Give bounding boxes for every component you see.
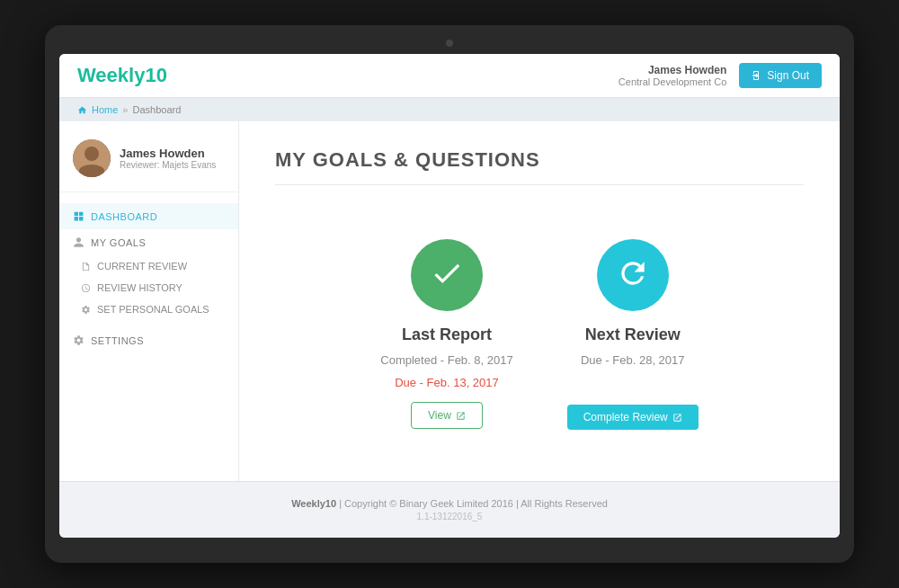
- avatar-image: [73, 139, 111, 177]
- view-label: View: [428, 409, 451, 422]
- profile-reviewer: Reviewer: Majets Evans: [120, 160, 216, 170]
- current-review-label: CURRENT REVIEW: [97, 261, 187, 272]
- page-title: MY GOALS & QUESTIONS: [275, 148, 804, 185]
- breadcrumb-home[interactable]: Home: [92, 104, 118, 115]
- last-report-card: Last Report Completed - Feb. 8, 2017 Due…: [380, 239, 512, 429]
- footer-text: Weekly10 | Copyright © Binary Geek Limit…: [76, 498, 823, 509]
- sidebar-item-set-personal-goals[interactable]: SET PERSONAL GOALS: [59, 298, 238, 320]
- person-icon: [73, 236, 85, 248]
- profile-info: James Howden Reviewer: Majets Evans: [120, 147, 216, 170]
- last-report-title: Last Report: [402, 325, 492, 344]
- sidebar-item-my-goals[interactable]: MY GOALS: [59, 229, 238, 255]
- profile-name: James Howden: [120, 147, 216, 160]
- grid-icon: [73, 210, 85, 222]
- next-review-card: Next Review Due - Feb. 28, 2017 Complete…: [567, 239, 699, 430]
- sign-out-label: Sign Out: [767, 69, 809, 82]
- sidebar-item-current-review[interactable]: CURRENT REVIEW: [59, 255, 238, 277]
- app-footer: Weekly10 | Copyright © Binary Geek Limit…: [59, 481, 840, 538]
- my-goals-label: MY GOALS: [91, 237, 146, 248]
- device-screen: Weekly10 James Howden Central Developmen…: [59, 54, 840, 538]
- view-button[interactable]: View: [411, 402, 483, 429]
- complete-review-label: Complete Review: [583, 411, 668, 423]
- logo-text: Weekly: [77, 64, 145, 86]
- sidebar-item-dashboard[interactable]: DASHBOARD: [59, 203, 238, 229]
- next-review-circle: [597, 239, 669, 311]
- home-icon: [77, 105, 87, 115]
- main-content: MY GOALS & QUESTIONS Last Report Complet…: [239, 121, 840, 481]
- sidebar-item-settings[interactable]: Settings: [59, 327, 238, 353]
- sidebar-item-review-history[interactable]: REVIEW HISTORY: [59, 277, 238, 298]
- refresh-icon: [616, 256, 650, 295]
- external-link-icon: [456, 411, 466, 421]
- check-icon: [430, 256, 464, 295]
- last-report-completed: Completed - Feb. 8, 2017: [380, 353, 512, 367]
- device-frame: Weekly10 James Howden Central Developmen…: [45, 25, 854, 563]
- user-company: Central Development Co: [619, 76, 726, 87]
- breadcrumb-current: Dashboard: [132, 104, 181, 115]
- footer-brand: Weekly10: [291, 498, 336, 509]
- header-right: James Howden Central Development Co Sign…: [619, 63, 822, 88]
- external-link-icon-2: [672, 413, 682, 423]
- settings-label: Settings: [91, 335, 144, 346]
- user-info: James Howden Central Development Co: [619, 64, 726, 87]
- footer-copyright: | Copyright © Binary Geek Limited 2016 |…: [336, 498, 608, 509]
- breadcrumb-sep: »: [122, 104, 128, 115]
- sidebar-profile: James Howden Reviewer: Majets Evans: [59, 139, 238, 192]
- last-report-circle: [411, 239, 483, 311]
- next-review-due: Due - Feb. 28, 2017: [581, 353, 685, 367]
- user-name: James Howden: [619, 64, 726, 76]
- main-layout: James Howden Reviewer: Majets Evans DASH…: [59, 121, 840, 481]
- camera-dot: [446, 40, 453, 47]
- footer-version: 1.1-13122016_5: [76, 512, 823, 521]
- app-logo: Weekly10: [77, 64, 167, 87]
- complete-review-button[interactable]: Complete Review: [567, 405, 699, 430]
- sign-out-icon: [752, 70, 762, 81]
- gear-icon: [81, 305, 91, 315]
- settings-icon: [73, 334, 85, 346]
- next-review-title: Next Review: [585, 325, 681, 344]
- clock-icon: [81, 283, 91, 293]
- cards-row: Last Report Completed - Feb. 8, 2017 Due…: [275, 221, 804, 448]
- dashboard-label: DASHBOARD: [91, 211, 157, 222]
- sidebar: James Howden Reviewer: Majets Evans DASH…: [59, 121, 239, 481]
- app-header: Weekly10 James Howden Central Developmen…: [59, 54, 840, 98]
- breadcrumb: Home » Dashboard: [59, 98, 840, 121]
- sign-out-button[interactable]: Sign Out: [739, 63, 822, 88]
- avatar: [73, 139, 111, 177]
- device-top-bar: [59, 40, 840, 47]
- last-report-due: Due - Feb. 13, 2017: [395, 376, 499, 389]
- doc-icon: [81, 262, 91, 272]
- sidebar-nav: DASHBOARD MY GOALS CURRENT REVIEW: [59, 203, 238, 353]
- set-personal-goals-label: SET PERSONAL GOALS: [97, 304, 209, 315]
- logo-number: 10: [145, 64, 166, 86]
- review-history-label: REVIEW HISTORY: [97, 282, 182, 293]
